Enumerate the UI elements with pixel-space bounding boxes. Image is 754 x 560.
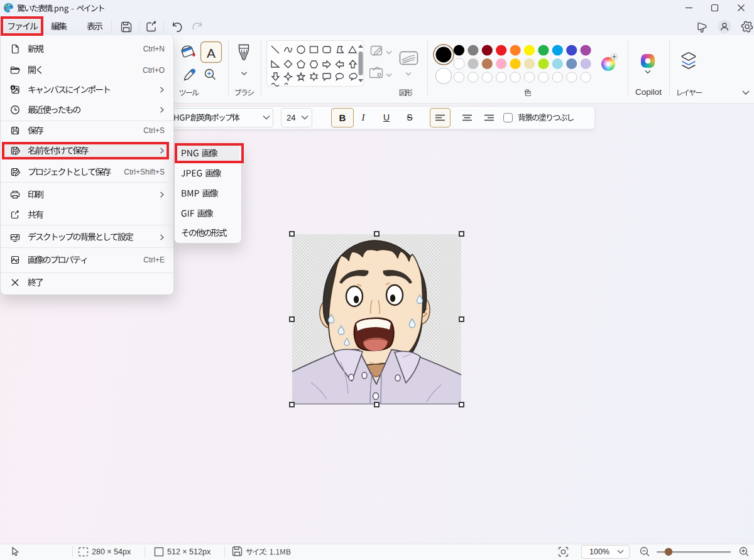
svg-text:A: A [207, 46, 216, 60]
